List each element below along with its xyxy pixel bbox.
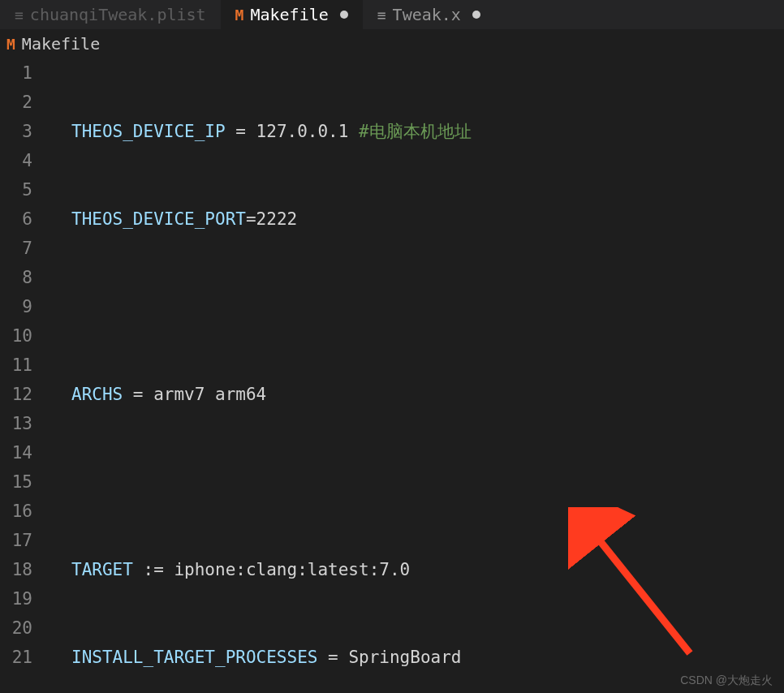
line-number: 20	[0, 613, 32, 643]
line-number: 3	[0, 117, 32, 146]
tab-tweakx[interactable]: ≡ Tweak.x	[363, 0, 495, 29]
code-line: ARCHS = armv7 arm64	[49, 380, 784, 409]
code-line: THEOS_DEVICE_IP = 127.0.0.1 #电脑本机地址	[49, 117, 784, 146]
file-icon: ≡	[15, 6, 24, 24]
breadcrumb-label: Makefile	[22, 34, 100, 54]
code-line: TARGET := iphone:clang:latest:7.0	[49, 555, 784, 584]
modified-indicator-icon	[472, 11, 480, 19]
line-number: 4	[0, 146, 32, 175]
code-line: THEOS_DEVICE_PORT=2222	[49, 204, 784, 234]
code-line	[49, 292, 784, 321]
tab-label: Tweak.x	[393, 5, 461, 24]
line-number: 2	[0, 88, 32, 117]
makefile-icon: M	[235, 6, 244, 24]
tab-bar: ≡ chuanqiTweak.plist M Makefile ≡ Tweak.…	[0, 0, 784, 29]
line-number: 6	[0, 204, 32, 234]
modified-indicator-icon	[340, 11, 348, 19]
line-number: 17	[0, 526, 32, 555]
line-number: 16	[0, 497, 32, 526]
line-number: 12	[0, 380, 32, 409]
tab-label: Makefile	[250, 5, 328, 24]
line-number-gutter: 1 2 3 4 5 6 7 8 9 10 11 12 13 14 15 16 1…	[0, 58, 49, 693]
code-area[interactable]: THEOS_DEVICE_IP = 127.0.0.1 #电脑本机地址 THEO…	[49, 58, 784, 693]
code-line	[49, 467, 784, 497]
file-icon: ≡	[377, 6, 386, 24]
makefile-icon: M	[6, 36, 15, 53]
line-number: 10	[0, 321, 32, 351]
line-number: 5	[0, 175, 32, 204]
line-number: 21	[0, 643, 32, 672]
code-line: INSTALL_TARGET_PROCESSES = SpringBoard	[49, 643, 784, 672]
line-number: 11	[0, 351, 32, 380]
watermark: CSDN @大炮走火	[680, 674, 773, 688]
tab-plist[interactable]: ≡ chuanqiTweak.plist	[0, 0, 221, 29]
code-editor[interactable]: 1 2 3 4 5 6 7 8 9 10 11 12 13 14 15 16 1…	[0, 58, 784, 693]
line-number: 9	[0, 292, 32, 321]
line-number: 13	[0, 409, 32, 438]
breadcrumb[interactable]: M Makefile	[0, 29, 784, 58]
line-number: 18	[0, 555, 32, 584]
line-number: 7	[0, 234, 32, 263]
tab-makefile[interactable]: M Makefile	[221, 0, 363, 29]
tab-label: chuanqiTweak.plist	[30, 5, 206, 24]
line-number: 8	[0, 263, 32, 292]
line-number: 19	[0, 584, 32, 613]
line-number: 1	[0, 58, 32, 88]
line-number: 14	[0, 438, 32, 467]
line-number: 15	[0, 467, 32, 497]
